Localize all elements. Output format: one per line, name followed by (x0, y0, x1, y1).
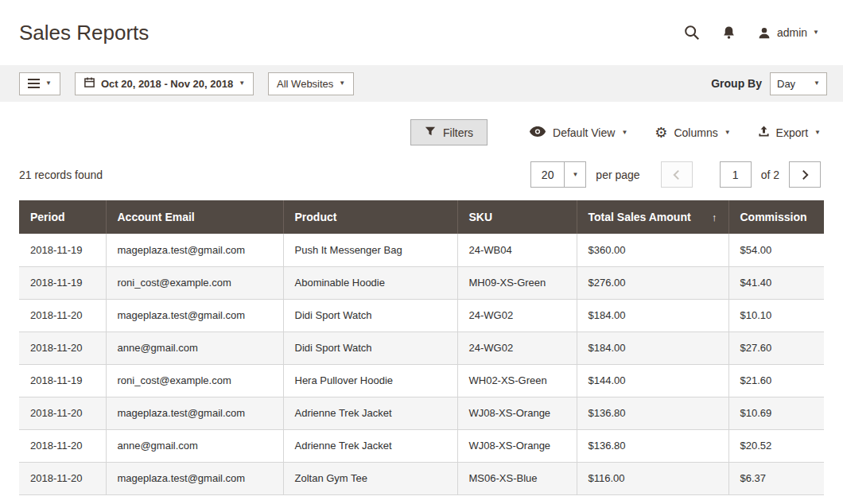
next-page-button[interactable] (789, 161, 821, 188)
column-header-sku[interactable]: SKU (457, 200, 577, 234)
grid-controls: Filters Default View ▼ ⚙ Columns ▼ Expor… (0, 102, 843, 155)
gear-icon: ⚙ (655, 126, 667, 140)
chevron-down-icon: ▼ (725, 130, 731, 136)
grid-body: 2018-11-19mageplaza.test@gmail.comPush I… (19, 234, 824, 494)
table-cell: anne@gmail.com (106, 429, 283, 462)
filters-label: Filters (443, 126, 473, 139)
view-label: Default View (553, 126, 615, 139)
table-row: 2018-11-19roni_cost@example.comAbominabl… (19, 266, 824, 299)
table-cell: $116.00 (577, 462, 728, 494)
table-cell: $10.10 (728, 299, 824, 331)
view-dropdown[interactable]: Default View ▼ (529, 126, 627, 140)
table-cell: $136.80 (577, 397, 728, 429)
table-cell: roni_cost@example.com (106, 364, 283, 397)
table-cell: $144.00 (577, 364, 728, 397)
admin-user-menu[interactable]: admin ▼ (757, 25, 819, 41)
per-page-label: per page (596, 169, 639, 181)
table-cell: WJ08-XS-Orange (457, 397, 577, 429)
chevron-down-icon: ▼ (45, 80, 52, 87)
table-cell: roni_cost@example.com (106, 266, 283, 299)
table-cell: WH02-XS-Green (457, 364, 577, 397)
table-cell: WJ08-XS-Orange (457, 429, 577, 462)
column-header-account-email[interactable]: Account Email (106, 200, 283, 234)
pagination: 20 ▼ per page of 2 (530, 161, 821, 188)
table-row: 2018-11-20anne@gmail.comDidi Sport Watch… (19, 331, 824, 364)
export-label: Export (776, 126, 808, 139)
table-cell: 2018-11-20 (19, 299, 106, 331)
table-cell: 24-WB04 (457, 234, 577, 266)
table-cell: MS06-XS-Blue (457, 462, 577, 494)
table-cell: $184.00 (577, 299, 728, 331)
table-cell: $6.37 (728, 462, 824, 494)
per-page-select[interactable]: 20 ▼ (530, 161, 587, 188)
records-found: 21 records found (19, 169, 103, 181)
calendar-icon (84, 76, 95, 91)
group-by-control: Group By Day ▼ (711, 72, 827, 95)
table-cell: anne@gmail.com (106, 331, 283, 364)
previous-page-button[interactable] (661, 161, 693, 188)
header-actions: admin ▼ (683, 24, 819, 41)
table-cell: mageplaza.test@gmail.com (106, 397, 283, 429)
table-cell: 2018-11-20 (19, 429, 106, 462)
table-cell: 24-WG02 (457, 331, 577, 364)
table-row: 2018-11-20mageplaza.test@gmail.comAdrien… (19, 397, 824, 429)
table-cell: $27.60 (728, 331, 824, 364)
columns-dropdown[interactable]: ⚙ Columns ▼ (655, 126, 730, 140)
chevron-down-icon: ▼ (621, 130, 627, 136)
user-icon (757, 25, 771, 41)
actions-menu-button[interactable]: ▼ (19, 72, 60, 95)
group-by-label: Group By (711, 77, 762, 90)
table-cell: $20.52 (728, 429, 824, 462)
column-header-commission[interactable]: Commission (728, 200, 824, 234)
column-header-product[interactable]: Product (283, 200, 457, 234)
export-icon (758, 126, 770, 140)
chevron-down-icon: ▼ (814, 80, 820, 87)
sales-report-grid: PeriodAccount EmailProductSKUTotal Sales… (0, 200, 843, 495)
table-cell: $41.40 (728, 266, 824, 299)
date-range-button[interactable]: Oct 20, 2018 - Nov 20, 2018 ▼ (75, 72, 254, 95)
date-range-value: Oct 20, 2018 - Nov 20, 2018 (101, 78, 233, 90)
table-row: 2018-11-20anne@gmail.comAdrienne Trek Ja… (19, 429, 824, 462)
chevron-down-icon: ▼ (564, 162, 585, 187)
page-header: Sales Reports admin ▼ (0, 0, 843, 65)
per-page-value: 20 (531, 162, 565, 187)
table-cell: Adrienne Trek Jacket (283, 429, 457, 462)
table-cell: 2018-11-19 (19, 234, 106, 266)
table-cell: 2018-11-19 (19, 266, 106, 299)
export-dropdown[interactable]: Export ▼ (758, 126, 821, 140)
table-cell: $276.00 (577, 266, 728, 299)
table-cell: Didi Sport Watch (283, 299, 457, 331)
table-cell: $10.69 (728, 397, 824, 429)
website-filter-value: All Websites (277, 78, 333, 90)
table-row: 2018-11-19roni_cost@example.comHera Pull… (19, 364, 824, 397)
table-cell: $54.00 (728, 234, 824, 266)
table-cell: $360.00 (577, 234, 728, 266)
chevron-down-icon: ▼ (813, 29, 819, 36)
search-icon[interactable] (683, 24, 701, 41)
table-row: 2018-11-20mageplaza.test@gmail.comDidi S… (19, 299, 824, 331)
user-name: admin (777, 26, 807, 39)
total-pages: of 2 (761, 169, 779, 181)
table-row: 2018-11-20mageplaza.test@gmail.comZoltan… (19, 462, 824, 494)
hamburger-icon (28, 79, 40, 88)
table-cell: 2018-11-20 (19, 397, 106, 429)
notifications-bell-icon[interactable] (721, 25, 736, 41)
table-cell: 24-WG02 (457, 299, 577, 331)
group-by-select[interactable]: Day ▼ (770, 72, 827, 95)
grid-header-row: PeriodAccount EmailProductSKUTotal Sales… (19, 200, 824, 234)
table-cell: 2018-11-20 (19, 331, 106, 364)
group-by-value: Day (777, 78, 795, 90)
filter-funnel-icon (425, 126, 436, 139)
table-cell: Adrienne Trek Jacket (283, 397, 457, 429)
column-header-period[interactable]: Period (19, 200, 106, 234)
sort-ascending-icon: ↑ (712, 211, 717, 223)
eye-icon (529, 126, 546, 140)
current-page-input[interactable] (720, 161, 752, 188)
website-filter-button[interactable]: All Websites ▼ (268, 72, 354, 95)
report-toolbar: ▼ Oct 20, 2018 - Nov 20, 2018 ▼ All Webs… (0, 65, 843, 102)
table-cell: Abominable Hoodie (283, 266, 457, 299)
filters-button[interactable]: Filters (410, 119, 488, 145)
table-cell: $136.80 (577, 429, 728, 462)
column-header-total-sales-amount[interactable]: Total Sales Amount↑ (577, 200, 728, 234)
chevron-down-icon: ▼ (814, 130, 821, 136)
